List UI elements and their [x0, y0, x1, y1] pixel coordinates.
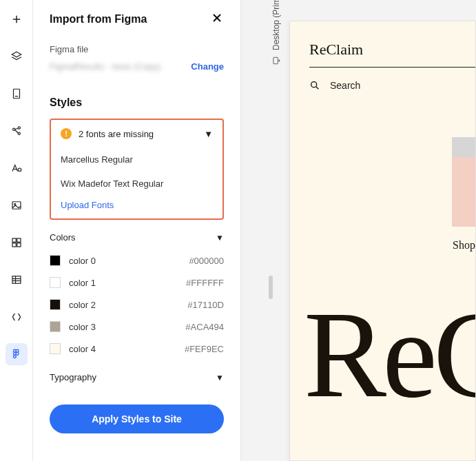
color-swatch[interactable] [50, 255, 61, 266]
color-row: color 4 #FEF9EC [50, 338, 224, 360]
preview-brand: ReClaim [309, 41, 475, 59]
svg-rect-3 [13, 89, 19, 99]
figma-file-label: Figma file [50, 44, 224, 54]
color-swatch[interactable] [50, 321, 61, 332]
svg-point-6 [18, 127, 20, 129]
close-icon[interactable] [210, 11, 224, 28]
missing-font-0: Marcellus Regular [61, 150, 213, 174]
color-hex: #FEF9EC [185, 344, 224, 354]
svg-rect-16 [12, 243, 16, 247]
toolbar-grid[interactable] [6, 232, 28, 254]
svg-line-9 [14, 130, 18, 134]
svg-point-32 [311, 82, 317, 88]
warning-icon: ! [61, 128, 72, 139]
svg-marker-2 [12, 52, 21, 57]
change-file-link[interactable]: Change [191, 61, 224, 72]
panel-title: Import from Figma [50, 13, 147, 25]
search-icon [309, 80, 320, 91]
color-name: color 0 [69, 256, 96, 266]
panel-header: Import from Figma [50, 11, 224, 28]
toolbar-table[interactable] [6, 269, 28, 291]
toolbar-figma[interactable] [6, 343, 28, 365]
color-name: color 3 [69, 322, 96, 332]
toolbar-image[interactable] [6, 194, 28, 216]
color-hex: #000000 [189, 256, 224, 266]
color-name: color 4 [69, 344, 96, 354]
svg-rect-12 [12, 202, 21, 209]
orientation-label[interactable]: Desktop (Primary) [271, 0, 281, 65]
svg-rect-15 [17, 238, 20, 242]
styles-heading: Styles [50, 96, 224, 109]
color-row: color 1 #FFFFFF [50, 272, 224, 294]
svg-point-25 [16, 352, 19, 355]
svg-line-8 [14, 128, 18, 130]
color-hex: #FFFFFF [186, 278, 224, 288]
color-row: color 2 #17110D [50, 294, 224, 316]
missing-fonts-toggle[interactable]: ! 2 fonts are missing ▼ [61, 128, 213, 139]
figma-file-name: FigmaResults - tests (Copy) [50, 61, 161, 72]
chevron-down-icon: ▼ [216, 233, 224, 243]
toolbar-add[interactable] [6, 8, 28, 30]
preview-canvas: Desktop (Primary) ReClaim Search Shop Re… [241, 0, 476, 461]
svg-point-11 [18, 168, 21, 172]
canvas-scrollbar-thumb[interactable] [269, 276, 273, 299]
color-row: color 0 #000000 [50, 249, 224, 272]
colors-label: Colors [50, 232, 76, 243]
svg-rect-18 [12, 276, 21, 284]
chevron-down-icon: ▼ [204, 129, 213, 139]
colors-section-toggle[interactable]: Colors ▼ [50, 232, 224, 243]
color-name: color 2 [69, 300, 96, 310]
preview-search-label: Search [330, 80, 360, 91]
typography-section-toggle[interactable]: Typography ▼ [50, 372, 224, 382]
color-hex: #ACA494 [185, 322, 224, 332]
site-preview: ReClaim Search Shop ReC [289, 21, 476, 461]
import-panel: Import from Figma Figma file FigmaResult… [33, 0, 241, 461]
color-hex: #17110D [187, 300, 224, 310]
toolbar-share[interactable] [6, 120, 28, 142]
missing-font-1: Wix Madefor Text Regular [61, 174, 213, 198]
preview-shop-link[interactable]: Shop [453, 239, 475, 252]
apply-styles-button[interactable]: Apply Styles to Site [50, 404, 224, 433]
typography-label: Typography [50, 372, 96, 382]
svg-rect-17 [17, 243, 20, 247]
svg-line-33 [316, 87, 318, 89]
preview-search[interactable]: Search [309, 80, 475, 91]
missing-fonts-summary: 2 fonts are missing [79, 129, 154, 139]
upload-fonts-link[interactable]: Upload Fonts [61, 200, 114, 212]
toolbar-code[interactable] [6, 306, 28, 328]
color-name: color 1 [69, 278, 96, 288]
toolbar-page[interactable] [6, 83, 28, 105]
toolbar-layers[interactable] [6, 45, 28, 68]
svg-rect-29 [273, 57, 278, 63]
left-toolbar [0, 0, 33, 461]
color-swatch[interactable] [50, 343, 61, 354]
color-swatch[interactable] [50, 299, 61, 310]
preview-hero-text: ReC [304, 283, 476, 426]
svg-point-23 [16, 349, 19, 352]
preview-divider [309, 67, 476, 68]
chevron-down-icon: ▼ [216, 373, 224, 382]
missing-fonts-box: ! 2 fonts are missing ▼ Marcellus Regula… [50, 119, 224, 220]
color-swatch[interactable] [50, 277, 61, 288]
svg-point-26 [13, 356, 16, 358]
preview-product-thumb[interactable] [452, 137, 475, 227]
toolbar-text[interactable] [6, 157, 28, 179]
svg-rect-14 [12, 238, 16, 242]
desktop-icon [271, 56, 281, 65]
color-row: color 3 #ACA494 [50, 316, 224, 338]
